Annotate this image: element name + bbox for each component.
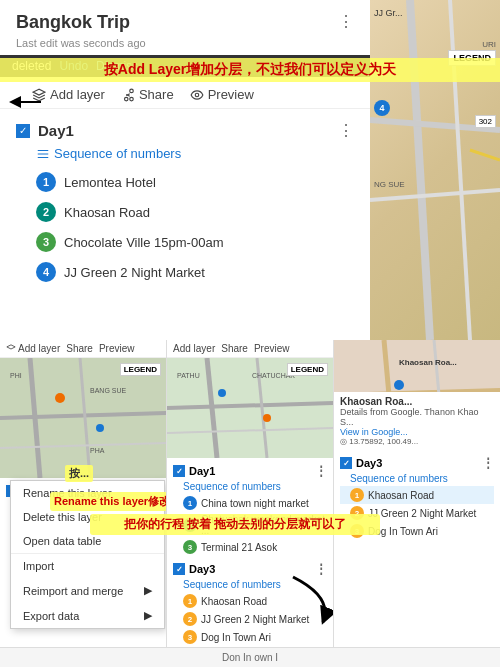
panel1-legend: LEGEND [120, 363, 161, 376]
bottom-section: 把你的行程 按着 拖动去别的分层就可以了 Add layer Share Pre… [0, 340, 500, 667]
preview-label: Preview [208, 87, 254, 102]
sue-label: NG SUE [374, 180, 405, 189]
panel2-day3-num-2: 2 [183, 612, 197, 626]
svg-line-8 [470, 150, 500, 160]
uri-label: URI [482, 40, 496, 49]
place-num-4: 4 [36, 262, 56, 282]
view-in-google[interactable]: View in Google... [340, 427, 494, 437]
day1-menu-icon[interactable]: ⋮ [338, 121, 354, 140]
svg-point-14 [55, 393, 65, 403]
panel2-share[interactable]: Share [221, 343, 248, 354]
day1-header-left: ✓ Day1 [16, 122, 74, 139]
drag-arrow [283, 567, 334, 627]
panel2-preview[interactable]: Preview [254, 343, 290, 354]
bottom-bar-text: Don In own I [222, 652, 278, 663]
preview-button[interactable]: Preview [190, 87, 254, 102]
place-item-2[interactable]: 2 Khaosan Road [16, 197, 354, 227]
svg-point-15 [96, 424, 104, 432]
svg-text:Khaosan Roa...: Khaosan Roa... [399, 358, 457, 367]
chinese-annotation-bottom: 把你的行程 按着 拖动去别的分层就可以了 [90, 514, 380, 535]
day1-sequence-label: Sequence of numbers [16, 144, 354, 167]
day1-checkbox[interactable]: ✓ [16, 124, 30, 138]
road-302: 302 [475, 115, 496, 128]
main-map-area: LEGEND JJ Gr... 4 302 URI NG SUE [370, 0, 500, 340]
panel2-legend: LEGEND [287, 363, 328, 376]
svg-text:PHA: PHA [90, 447, 105, 454]
panel1-add-layer[interactable]: Add layer [6, 343, 60, 354]
panel3-num-1: 1 [350, 488, 364, 502]
panel2-day1-checkbox[interactable]: ✓ [173, 465, 185, 477]
panel1-map: PHI BANG SUE PHA LEGEND [0, 358, 166, 478]
svg-point-3 [195, 93, 199, 97]
place-name-1: Lemontea Hotel [64, 175, 156, 190]
svg-text:BANG SUE: BANG SUE [90, 387, 127, 394]
panel2-num-1: 1 [183, 496, 197, 510]
add-layer-label: Add layer [50, 87, 105, 102]
map-bg: LEGEND JJ Gr... 4 302 URI NG SUE [370, 0, 500, 340]
share-button[interactable]: Share [121, 87, 174, 102]
title-menu-icon[interactable]: ⋮ [338, 12, 354, 31]
panel2-sequence1: Sequence of numbers [173, 480, 327, 494]
svg-text:PATHU: PATHU [177, 372, 200, 379]
place-item-3[interactable]: 3 Chocolate Ville 15pm-00am [16, 227, 354, 257]
day1-section: ✓ Day1 ⋮ Sequence of numbers 1 Lemontea … [0, 109, 370, 295]
khaosan-details: Details from Google. Thanon Khao S... [340, 407, 494, 427]
panel-1: Add layer Share Preview PHI BANG SUE PHA [0, 340, 167, 667]
svg-point-32 [394, 380, 404, 390]
svg-line-6 [370, 190, 500, 200]
panel-3: Khaosan Roa... Khaosan Roa... Details fr… [334, 340, 500, 667]
panel2-place-3[interactable]: 3 Terminal 21 Asok [173, 538, 327, 556]
panel3-map: Khaosan Roa... Khaosan Roa... Details fr… [334, 340, 500, 450]
svg-line-4 [410, 0, 430, 340]
panel3-day3-menu[interactable]: ⋮ [482, 456, 494, 470]
panel2-day1-title: ✓ Day1 ⋮ [173, 462, 327, 480]
day1-title: Day1 [38, 122, 74, 139]
panel2-day3-checkbox[interactable]: ✓ [173, 563, 185, 575]
panel2-day3-place-3[interactable]: 3 Dog In Town Ari [173, 628, 327, 646]
panel2-num-3: 3 [183, 540, 197, 554]
panel2-day3-num-3: 3 [183, 630, 197, 644]
share-label: Share [139, 87, 174, 102]
context-reimport[interactable]: Reimport and merge ▶ [11, 578, 164, 603]
panel2-map: PATHU CHATUCHAK LEGEND [167, 358, 333, 458]
panel3-info: Khaosan Roa... Details from Google. Than… [334, 392, 500, 450]
svg-point-24 [218, 389, 226, 397]
title-bar: Bangkok Trip ⋮ [0, 0, 370, 37]
panel-2: Add layer Share Preview PATHU CHATUCHAK [167, 340, 334, 667]
coords: ◎ 13.75892, 100.49... [340, 437, 494, 446]
place-num-1: 1 [36, 172, 56, 192]
svg-point-25 [263, 414, 271, 422]
panel1-preview[interactable]: Preview [99, 343, 135, 354]
main-toolbar: Add layer Share Preview [0, 81, 370, 109]
panel2-place-1[interactable]: 1 China town night market [173, 494, 327, 512]
rename-annotation: Rename this layer修改名字 [50, 492, 167, 511]
marker-4: 4 [374, 100, 390, 116]
panel1-map-roads: PHI BANG SUE PHA [0, 358, 166, 478]
panel3-sequence: Sequence of numbers [340, 472, 494, 486]
place-item-1[interactable]: 1 Lemontea Hotel [16, 167, 354, 197]
panel3-place-1[interactable]: 1 Khaosan Road [340, 486, 494, 504]
panel3-day3-checkbox[interactable]: ✓ [340, 457, 352, 469]
left-panel: Bangkok Trip ⋮ Last edit was seconds ago… [0, 0, 370, 340]
day1-header: ✓ Day1 ⋮ [16, 117, 354, 144]
add-layer-button[interactable]: Add layer [32, 87, 105, 102]
panel1-toolbar: Add layer Share Preview [0, 340, 166, 358]
context-import[interactable]: Import [11, 553, 164, 578]
place-num-2: 2 [36, 202, 56, 222]
place-name-2: Khaosan Road [64, 205, 150, 220]
app-title: Bangkok Trip [16, 12, 130, 33]
khaosan-title: Khaosan Roa... [340, 396, 494, 407]
panel3-day3-title: ✓ Day3 ⋮ [340, 454, 494, 472]
panel2-day1-menu[interactable]: ⋮ [315, 464, 327, 478]
svg-text:PHI: PHI [10, 372, 22, 379]
top-section: Bangkok Trip ⋮ Last edit was seconds ago… [0, 0, 500, 340]
chinese-annotation-top: 按Add Layer增加分层，不过我们可以定义为天 [0, 58, 500, 82]
panel1-share[interactable]: Share [66, 343, 93, 354]
panel2-add-layer[interactable]: Add layer [173, 343, 215, 354]
place-item-4[interactable]: 4 JJ Green 2 Night Market [16, 257, 354, 287]
place-name-4: JJ Green 2 Night Market [64, 265, 205, 280]
panel2-toolbar: Add layer Share Preview [167, 340, 333, 358]
bottom-bar: Don In own I [0, 647, 500, 667]
context-export[interactable]: Export data ▶ [11, 603, 164, 628]
panel2-day3-num-1: 1 [183, 594, 197, 608]
